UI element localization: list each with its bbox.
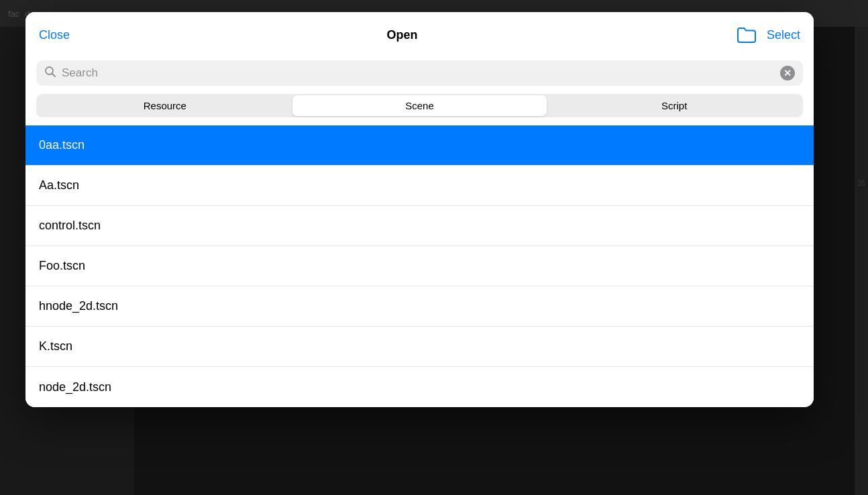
select-button[interactable]: Select: [767, 28, 800, 42]
clear-icon: ✕: [783, 68, 792, 78]
search-input[interactable]: [62, 66, 775, 80]
search-icon: [44, 66, 56, 80]
file-name: node_2d.tscn: [39, 380, 111, 394]
list-item[interactable]: node_2d.tscn: [25, 367, 814, 407]
file-name: Aa.tscn: [39, 178, 79, 192]
list-item[interactable]: control.tscn: [25, 206, 814, 246]
folder-icon: [737, 26, 757, 44]
search-bar: ✕: [36, 60, 803, 86]
file-name: K.tscn: [39, 339, 72, 353]
open-file-modal: Close Open Select ✕: [25, 12, 814, 407]
tab-resource[interactable]: Resource: [38, 95, 292, 116]
modal-title: Open: [386, 28, 417, 42]
list-item[interactable]: Aa.tscn: [25, 166, 814, 206]
tab-scene[interactable]: Scene: [292, 95, 547, 116]
tabs-container: Resource Scene Script: [25, 94, 814, 125]
list-item[interactable]: 0aa.tscn: [25, 125, 814, 166]
file-list: 0aa.tscn Aa.tscn control.tscn Foo.tscn h…: [25, 125, 814, 407]
svg-line-1: [52, 74, 56, 77]
list-item[interactable]: K.tscn: [25, 327, 814, 367]
close-button[interactable]: Close: [39, 28, 70, 42]
file-name: 0aa.tscn: [39, 138, 85, 152]
file-name: Foo.tscn: [39, 259, 85, 273]
search-container: ✕: [25, 55, 814, 94]
search-clear-button[interactable]: ✕: [780, 66, 795, 80]
modal-header: Close Open Select: [25, 12, 814, 55]
file-name: hnode_2d.tscn: [39, 299, 118, 313]
tabs: Resource Scene Script: [36, 94, 803, 117]
list-item[interactable]: Foo.tscn: [25, 246, 814, 286]
header-right-actions: Select: [735, 24, 800, 46]
file-name: control.tscn: [39, 219, 101, 233]
list-item[interactable]: hnode_2d.tscn: [25, 286, 814, 327]
tab-script[interactable]: Script: [547, 95, 802, 116]
folder-button[interactable]: [735, 24, 759, 46]
